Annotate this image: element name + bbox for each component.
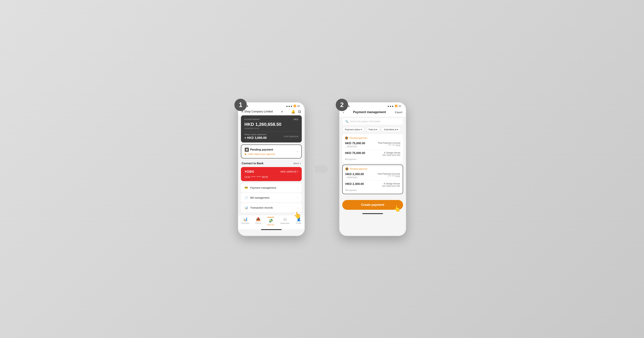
payment-info-1a: Fast Payment Account: [378, 142, 400, 144]
phone2-header: ‹ Payment management Export: [340, 109, 406, 117]
payment-management-label: Payment management: [250, 186, 276, 189]
payment-amount-2a: HKD 2,300.00: [345, 173, 364, 176]
nav-payout[interactable]: 💸 Pay-Out: [267, 217, 274, 226]
dbs-logo: ✕DBS: [244, 170, 254, 174]
dbs-card[interactable]: ✕DBS HKD 10000.00 > 1234 **** **** 5678: [241, 167, 302, 181]
phone1-wrapper: 1 9:41 ▲▲▲ 📶 ▪▪▪ K Shop Company Limited …: [238, 102, 305, 236]
payment-date-2a: ↓ 28/09/2024: [345, 176, 364, 179]
payment-card-2[interactable]: 👤 Pending approval HKD 2,300.00 ↓ 28/09/…: [342, 165, 403, 194]
arrow-connector: [315, 164, 329, 174]
payment-row-1a: HKD 75,000.00 ↓ 28/09/2024 Fast Payment …: [345, 142, 400, 148]
transaction-records-label: Transaction records: [250, 206, 273, 209]
application-label: Application: [280, 222, 290, 224]
exchange-icon[interactable]: ⇄: [281, 110, 283, 113]
phone1-status-icons: ▲▲▲ 📶 ▪▪▪: [286, 105, 300, 107]
payment-acct-1a: **** **** 0116: [378, 144, 400, 147]
pending-approval-1: 👤 Pending approval: [345, 136, 400, 140]
account-card: Account balance HKD HKD 1,260,658.50 24/…: [241, 115, 302, 142]
bill-tag-2: Bill payment: [345, 189, 400, 191]
bill-management-menu[interactable]: 📄 Bill management ›: [241, 193, 302, 202]
step2-badge: 2: [336, 99, 348, 111]
payment-amount-1b: HKD 75,000.00: [345, 151, 365, 155]
payment-card-1[interactable]: 👤 Pending approval HKD 75,000.00 ↓ 28/09…: [342, 134, 403, 163]
phone1-status-bar: 9:41 ▲▲▲ 📶 ▪▪▪: [238, 102, 304, 109]
payment-management-menu[interactable]: 💳 Payment management ›: [241, 183, 302, 192]
overview-icon: 📊: [243, 217, 248, 221]
scan-icon[interactable]: ⊡: [298, 109, 301, 114]
filter-paid-at[interactable]: Paid at ▾: [366, 127, 380, 132]
payment-info-2b: K Design House: [382, 182, 400, 185]
application-icon: 🗂: [283, 217, 287, 221]
phone2-status-icons: ▲▲▲ 📶 ▪▪▪: [387, 105, 401, 107]
nav-payin[interactable]: 📥 Pay-In: [256, 217, 261, 226]
more-link[interactable]: More >: [294, 162, 301, 165]
cursor-hand-2: 👆: [393, 205, 401, 212]
search-icon: 🔍: [345, 120, 348, 123]
signal-icon-2: ▲▲▲: [387, 105, 394, 107]
profile-label: Profile: [296, 222, 302, 224]
pending-bill-icon: 📋: [245, 148, 249, 152]
pending-payment-card[interactable]: 📋 Pending payment 3 bills require your a…: [241, 145, 302, 158]
battery-icon-2: ▪▪▪: [398, 105, 401, 107]
export-button[interactable]: Export: [395, 111, 402, 114]
svg-marker-0: [315, 164, 329, 174]
battery-icon: ▪▪▪: [297, 105, 300, 107]
payout-label: Pay-Out: [267, 224, 274, 226]
connect-bank-header: Connect to Bank More >: [238, 160, 304, 166]
payment-acct-1b: 600 4008 6224 484: [382, 154, 400, 156]
notification-icon[interactable]: 🔔: [291, 109, 296, 114]
nav-overview[interactable]: 📊 Overview: [241, 217, 249, 226]
phone2-status-bar: 9:41 ▲▲▲ 📶 ▪▪▪: [340, 102, 406, 109]
bill-management-label: Bill management: [250, 196, 270, 199]
currency-selector[interactable]: HKD: [294, 118, 298, 121]
pending-chevron: ›: [297, 150, 298, 153]
company-name: K Shop Company Limited: [242, 110, 273, 113]
phone1-header: K Shop Company Limited ⇄ 🔔 ⊡: [238, 109, 304, 115]
cursor-hand-1: 👆: [294, 212, 302, 219]
transaction-records-icon: 📊: [244, 206, 248, 210]
account-label-text: Account balance: [244, 118, 260, 120]
wifi-icon-2: 📶: [395, 105, 398, 107]
phone2-wrapper: 2 9:41 ▲▲▲ 📶 ▪▪▪ ‹ Payment management Ex…: [339, 102, 406, 236]
payment-info-2a: Fast Payment Account: [378, 173, 400, 175]
payment-management-icon: 💳: [244, 186, 248, 190]
filter-submitted-at[interactable]: Submitted at ▾: [381, 127, 401, 132]
overview-label: Overview: [241, 222, 249, 224]
account-label-row: Account balance HKD: [244, 118, 298, 121]
header-icons: 🔔 ⊡: [291, 109, 301, 114]
signal-icon: ▲▲▲: [286, 105, 293, 107]
payout-active-bar: [267, 217, 274, 218]
settlement-amount: + HKD 3,888.88: [244, 136, 267, 140]
payin-icon: 📥: [256, 217, 260, 221]
search-bar[interactable]: 🔍 Search by payee information: [342, 118, 403, 125]
payment-divider-2: [345, 180, 400, 181]
pending-approval-2: 👤 Pending approval: [345, 167, 400, 170]
scene: 1 9:41 ▲▲▲ 📶 ▪▪▪ K Shop Company Limited …: [231, 95, 413, 243]
wifi-icon: 📶: [294, 105, 296, 107]
dbs-amount: HKD 10000.00 >: [280, 170, 298, 173]
payin-label: Pay-In: [256, 222, 261, 224]
person-icon-1: 👤: [345, 136, 348, 140]
pending-title: 📋 Pending payment: [245, 148, 276, 152]
home-indicator: [261, 229, 282, 230]
payment-info-1b: K Design House: [382, 151, 400, 154]
payment-amount-2b: HKD 2,300.00: [345, 182, 364, 186]
home-indicator-2: [362, 213, 383, 214]
bm-chevron: ›: [298, 196, 298, 199]
dbs-account: 1234 **** **** 5678: [244, 176, 298, 178]
payment-acct-2b: 600 4008 6224 484: [382, 185, 400, 187]
payment-amount-1a: HKD 75,000.00: [345, 142, 365, 145]
payment-row-1b: HKD 75,000.00 K Design House 600 4008 62…: [345, 151, 400, 156]
payment-date-1a: ↓ 28/09/2024: [345, 145, 365, 148]
payment-row-2b: HKD 2,300.00 K Design House 600 4008 622…: [345, 182, 400, 187]
settlement-time: 14:20 20/09/2024: [284, 135, 298, 137]
filter-payment-status[interactable]: Payment status ▾: [342, 127, 364, 132]
bill-tag-1: Bill payment: [345, 158, 400, 160]
account-date: 24/04/2024 16:15: [244, 127, 298, 129]
nav-application[interactable]: 🗂 Application: [280, 217, 290, 226]
transaction-records-menu[interactable]: 📊 Transaction records ›: [241, 203, 302, 212]
search-placeholder: Search by payee information: [350, 120, 380, 123]
payment-acct-2a: **** **** 0116: [378, 175, 400, 178]
step1-badge: 1: [234, 99, 247, 111]
payment-section: 👤 Pending approval HKD 75,000.00 ↓ 28/09…: [340, 134, 406, 197]
